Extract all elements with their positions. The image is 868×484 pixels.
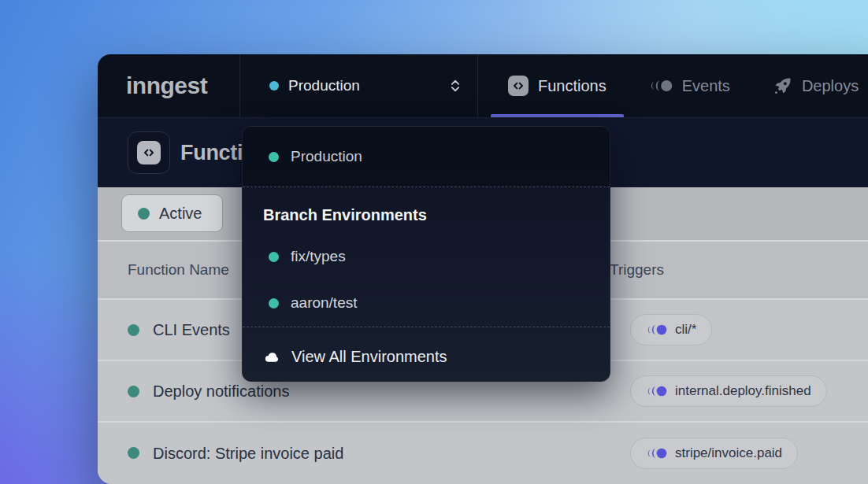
environment-status-dot — [269, 152, 279, 162]
tab-functions[interactable]: Functions — [508, 54, 606, 117]
function-status-dot — [128, 386, 139, 397]
active-status-dot — [138, 208, 150, 220]
environment-status-dot — [269, 252, 279, 262]
event-waves-icon — [649, 79, 673, 93]
trigger-name: cli/* — [675, 322, 696, 338]
tab-functions-label: Functions — [538, 77, 606, 95]
trigger-name: stripe/invoice.paid — [675, 445, 782, 461]
tab-deploys[interactable]: Deploys — [773, 54, 859, 117]
dropdown-item-branch[interactable]: fix/types — [243, 243, 610, 270]
cloud-icon — [263, 348, 281, 366]
logo-cell: inngest — [98, 54, 240, 117]
event-waves-icon — [646, 385, 667, 397]
tab-events[interactable]: Events — [649, 54, 730, 117]
branch-environments-heading: Branch Environments — [263, 203, 427, 227]
inngest-logo[interactable]: inngest — [126, 72, 207, 99]
trigger-badge: stripe/invoice.paid — [630, 438, 798, 469]
column-header-function-name: Function Name — [128, 261, 229, 279]
trigger-badge: cli/* — [630, 314, 712, 345]
function-status-dot — [128, 447, 139, 459]
branch-env-label: fix/types — [291, 248, 346, 265]
app-window: inngest Production Functions Events — [98, 54, 868, 484]
function-name: Deploy notifications — [153, 382, 289, 401]
dropdown-divider — [243, 327, 610, 327]
table-row[interactable]: Discord: Stripe invoice paid stripe/invo… — [98, 423, 868, 484]
view-all-environments-item[interactable]: View All Environments — [243, 343, 610, 370]
tab-deploys-label: Deploys — [802, 77, 859, 95]
active-filter-label: Active — [159, 205, 202, 223]
environment-dropdown: Production Branch Environments fix/types… — [242, 126, 610, 382]
event-waves-icon — [646, 323, 667, 336]
branch-env-label: aaron/test — [291, 294, 358, 312]
top-navbar: inngest Production Functions Events — [98, 54, 868, 118]
page-title-icon-box — [128, 131, 170, 174]
environment-selector[interactable]: Production — [240, 54, 478, 117]
environment-status-dot — [269, 81, 279, 91]
column-header-triggers: Triggers — [610, 261, 664, 279]
functions-code-icon — [137, 141, 161, 164]
function-name: Discord: Stripe invoice paid — [153, 445, 343, 463]
function-name: CLI Events — [153, 321, 230, 339]
dropdown-production-label: Production — [291, 148, 362, 165]
trigger-badge: internal.deploy.finished — [630, 375, 827, 407]
tab-events-label: Events — [682, 77, 730, 95]
rocket-icon — [773, 76, 792, 96]
event-waves-icon — [646, 447, 667, 460]
view-all-environments-label: View All Environments — [291, 348, 447, 366]
dropdown-item-production[interactable]: Production — [243, 127, 610, 187]
desktop-backdrop: { "colors": { "accent_indigo_underline":… — [0, 0, 868, 484]
function-status-dot — [128, 324, 139, 336]
active-filter-button[interactable]: Active — [121, 194, 223, 232]
environment-status-dot — [269, 298, 279, 309]
environment-selector-value: Production — [288, 77, 360, 94]
dropdown-item-branch[interactable]: aaron/test — [243, 290, 610, 316]
trigger-name: internal.deploy.finished — [675, 383, 811, 399]
unfold-chevrons-icon — [447, 77, 463, 94]
nav-tabs: Functions Events Deploys — [508, 54, 859, 117]
functions-code-icon — [508, 76, 529, 96]
